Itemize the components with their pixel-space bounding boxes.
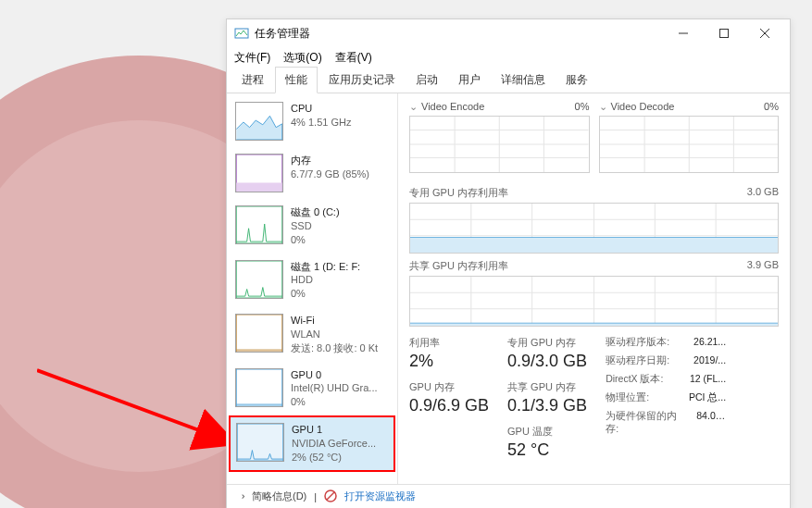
sidebar-item-disk1[interactable]: 磁盘 1 (D: E: F:HDD0% <box>229 254 395 308</box>
sidebar-item-cpu[interactable]: CPU4% 1.51 GHz <box>229 95 395 147</box>
sidebar-item-wifi[interactable]: Wi-FiWLAN发送: 8.0 接收: 0 Kt <box>229 307 395 362</box>
dedicated-mem-chart <box>409 203 779 254</box>
tab-users[interactable]: 用户 <box>449 68 490 93</box>
svg-rect-10 <box>236 315 282 352</box>
statusbar: ⌃ 简略信息(D) | 打开资源监视器 <box>227 484 790 508</box>
chart-pct: 0% <box>764 101 779 113</box>
util-value: 2% <box>409 352 489 371</box>
tab-app-history[interactable]: 应用历史记录 <box>319 68 405 93</box>
util-label: 利用率 <box>409 336 489 350</box>
svg-rect-32 <box>410 238 778 253</box>
gpu1-thumb <box>236 423 284 462</box>
window-title: 任务管理器 <box>255 26 671 42</box>
app-icon <box>234 26 249 41</box>
sidebar-item-disk0[interactable]: 磁盘 0 (C:)SSD0% <box>229 199 395 254</box>
dedmem-value: 0.9/3.0 GB <box>507 352 587 371</box>
gpumem-label: GPU 内存 <box>409 380 489 394</box>
shared-mem-chart <box>409 276 779 327</box>
wifi-thumb <box>235 314 283 353</box>
svg-rect-7 <box>236 182 282 192</box>
chart-label: Video Encode <box>421 101 484 112</box>
video-decode-chart <box>599 116 780 173</box>
detail-pane: ⌄Video Encode0% ⌄Video Decode0% 专用 GPU 内… <box>398 93 790 484</box>
menu-options[interactable]: 选项(O) <box>283 50 321 66</box>
disk0-thumb <box>235 205 283 244</box>
gpumem-value: 0.9/6.9 GB <box>409 396 489 415</box>
task-manager-window: 任务管理器 文件(F) 选项(O) 查看(V) 进程 性能 应用历史记录 启动 … <box>226 19 791 508</box>
dedmem-label: 专用 GPU 内存 <box>507 336 587 350</box>
close-button[interactable] <box>753 23 777 43</box>
ded-mem-label: 专用 GPU 内存利用率 <box>409 186 508 200</box>
shrmem-label: 共享 GPU 内存 <box>507 380 587 394</box>
shr-mem-label: 共享 GPU 内存利用率 <box>409 259 508 273</box>
disk1-thumb <box>235 260 283 299</box>
temp-value: 52 °C <box>507 440 587 460</box>
minimize-button[interactable] <box>671 23 695 43</box>
menu-view[interactable]: 查看(V) <box>335 50 372 66</box>
performance-sidebar: CPU4% 1.51 GHz 内存6.7/7.9 GB (85%) 磁盘 0 (… <box>227 93 398 484</box>
cpu-thumb <box>235 102 283 141</box>
sidebar-item-label: CPU <box>291 102 389 116</box>
tab-performance[interactable]: 性能 <box>275 67 318 93</box>
maximize-button[interactable] <box>712 23 736 43</box>
tab-services[interactable]: 服务 <box>556 68 597 93</box>
sidebar-item-label: 磁盘 0 (C:) <box>291 205 389 219</box>
tabbar: 进程 性能 应用历史记录 启动 用户 详细信息 服务 <box>227 68 790 93</box>
shrmem-value: 0.1/3.9 GB <box>507 396 587 415</box>
sidebar-item-label: GPU 0 <box>291 368 389 382</box>
tab-details[interactable]: 详细信息 <box>492 68 555 93</box>
sidebar-item-label: 内存 <box>291 154 389 167</box>
temp-label: GPU 温度 <box>507 425 587 439</box>
open-resource-monitor-link[interactable]: 打开资源监视器 <box>344 489 416 503</box>
sidebar-item-label: Wi-Fi <box>291 314 389 328</box>
tab-processes[interactable]: 进程 <box>232 68 273 93</box>
tab-startup[interactable]: 启动 <box>406 68 447 93</box>
collapse-icon[interactable]: ⌃ <box>234 492 246 501</box>
sidebar-item-label: GPU 1 <box>292 423 388 437</box>
svg-line-44 <box>327 492 334 500</box>
svg-rect-12 <box>237 424 283 461</box>
sidebar-item-label: 磁盘 1 (D: E: F: <box>291 260 389 274</box>
sidebar-item-gpu1[interactable]: GPU 1NVIDIA GeForce...2% (52 °C) <box>229 415 395 472</box>
menu-file[interactable]: 文件(F) <box>234 50 270 66</box>
titlebar: 任务管理器 <box>227 19 790 47</box>
chevron-down-icon[interactable]: ⌄ <box>599 101 607 112</box>
ded-mem-max: 3.0 GB <box>747 186 779 200</box>
memory-thumb <box>235 154 283 192</box>
svg-rect-8 <box>236 206 282 243</box>
svg-rect-11 <box>236 369 282 406</box>
svg-rect-3 <box>720 30 729 38</box>
chevron-down-icon[interactable]: ⌄ <box>409 101 418 112</box>
gpu0-thumb <box>235 368 283 407</box>
chart-label: Video Decode <box>611 101 675 112</box>
video-encode-chart <box>409 116 590 173</box>
sidebar-item-gpu0[interactable]: GPU 0Intel(R) UHD Gra...0% <box>229 362 395 416</box>
shr-mem-max: 3.9 GB <box>747 259 779 273</box>
brief-info-button[interactable]: 简略信息(D) <box>252 489 306 503</box>
menubar: 文件(F) 选项(O) 查看(V) <box>227 47 790 68</box>
svg-rect-9 <box>236 261 282 298</box>
sidebar-item-memory[interactable]: 内存6.7/7.9 GB (85%) <box>229 147 395 199</box>
chart-pct: 0% <box>575 101 590 113</box>
resource-monitor-icon <box>324 489 337 504</box>
